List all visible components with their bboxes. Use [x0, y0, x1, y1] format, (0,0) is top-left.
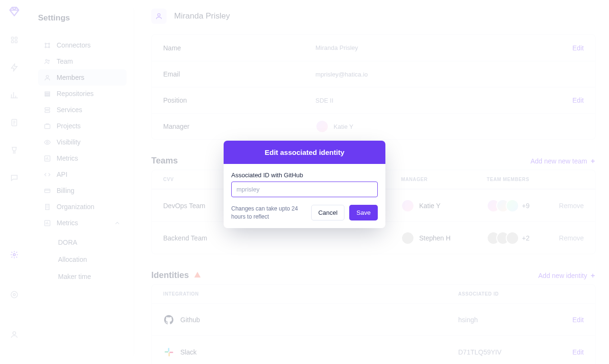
modal-input-label: Associated ID with GitHub — [231, 172, 378, 179]
cancel-button[interactable]: Cancel — [311, 205, 344, 220]
edit-identity-modal: Edit associated identity Associated ID w… — [224, 141, 385, 228]
associated-id-input[interactable] — [231, 182, 378, 197]
save-button[interactable]: Save — [349, 205, 378, 220]
modal-note: Changes can take upto 24 hours to reflec… — [231, 205, 306, 220]
modal-title: Edit associated identity — [224, 141, 385, 164]
